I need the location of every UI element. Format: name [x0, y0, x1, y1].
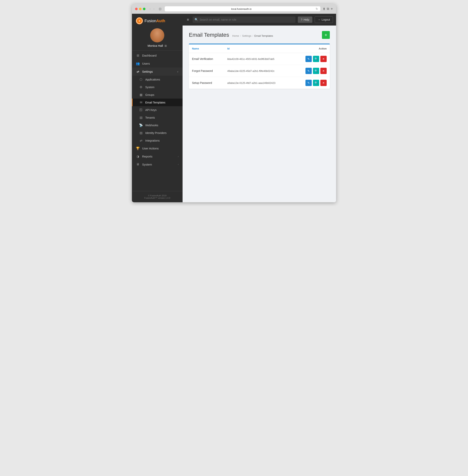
row-id: a9aba13e-0125-4fd7-a2b1-aaa146b02423: [224, 77, 294, 89]
user-actions-label: User Actions: [142, 147, 179, 150]
sidebar-item-integrations[interactable]: ⇄ Integrations: [132, 137, 183, 144]
search-button[interactable]: 🔍: [313, 68, 319, 74]
email-templates-table-card: Name Id Action Email Verification 8da42c…: [189, 44, 330, 89]
logo-auth: Auth: [156, 19, 165, 23]
system-icon: ⚙: [139, 85, 143, 89]
search-button[interactable]: 🔍: [313, 56, 319, 62]
window-controls: [135, 8, 146, 10]
user-card-icon[interactable]: ⊞: [164, 44, 167, 47]
sidebar-item-settings[interactable]: ⇄ Settings ∨: [132, 68, 183, 75]
reload-icon[interactable]: ↻: [316, 7, 318, 10]
breadcrumb-sep-1: /: [240, 34, 241, 37]
minimize-dot[interactable]: [139, 8, 142, 10]
user-actions-icon: 🏆: [136, 147, 140, 150]
sidebar-item-webhooks[interactable]: 📡 Webhooks: [132, 121, 183, 129]
sidebar-logo: ● FusionAuth: [132, 14, 183, 26]
table-row: Forgot Password 49aba1de-0225-45d7-a2b1-…: [189, 65, 330, 77]
breadcrumb-current: Email Templates: [254, 34, 273, 37]
browser-window: ‹ › ⊡ local.fusionauth.io ↻ ⬆ ⧉ + ● Fusi…: [132, 4, 336, 202]
logo-icon: ●: [136, 17, 143, 24]
webhooks-label: Webhooks: [145, 124, 158, 127]
edit-button[interactable]: ✎: [306, 56, 312, 62]
add-template-button[interactable]: +: [322, 31, 330, 39]
duplicate-button[interactable]: ⧉: [327, 7, 329, 11]
column-id: Id: [224, 45, 294, 53]
row-id: 8da42c09-461c-45f3-b931-6e9f63b87ab5: [224, 53, 294, 65]
api-keys-icon: ⚿: [139, 108, 143, 112]
content-area: Email Templates Home / Settings / Email …: [183, 26, 336, 202]
sidebar-item-tenants[interactable]: ▤ Tenants: [132, 114, 183, 121]
close-dot[interactable]: [135, 8, 138, 10]
delete-button[interactable]: ✕: [320, 68, 327, 74]
sidebar: ● FusionAuth Monica Hall ⊞ ⊞: [132, 14, 183, 202]
column-action: Action: [294, 45, 330, 53]
row-name: Email Verification: [189, 53, 224, 65]
integrations-icon: ⇄: [139, 139, 143, 142]
user-profile-section: Monica Hall ⊞: [132, 26, 183, 50]
groups-icon: ▦: [139, 93, 143, 97]
reports-arrow-icon: ‹: [178, 155, 179, 158]
applications-label: Applications: [145, 78, 160, 81]
sidebar-item-user-actions[interactable]: 🏆 User Actions: [132, 144, 183, 152]
sidebar-item-identity-providers[interactable]: ▤ Identity Providers: [132, 129, 183, 137]
email-templates-table: Name Id Action Email Verification 8da42c…: [189, 45, 330, 89]
sidebar-item-reports[interactable]: ◑ Reports ‹: [132, 152, 183, 161]
search-button[interactable]: 🔍: [313, 80, 319, 86]
system2-arrow-icon: ‹: [178, 163, 179, 166]
topbar: ≡ 🔍 ? Help → Logout: [183, 14, 336, 26]
avatar-image: [150, 28, 164, 43]
sidebar-divider: [132, 50, 183, 51]
address-bar[interactable]: local.fusionauth.io ↻: [165, 6, 321, 11]
sidebar-item-api-keys[interactable]: ⚿ API Keys: [132, 106, 183, 114]
back-button[interactable]: ‹: [149, 7, 152, 11]
username-row: Monica Hall ⊞: [148, 44, 167, 47]
delete-button[interactable]: ✕: [320, 80, 327, 86]
delete-button[interactable]: ✕: [320, 56, 327, 62]
menu-toggle-button[interactable]: ≡: [186, 16, 190, 23]
system2-icon: 🖥: [136, 163, 140, 166]
identity-providers-icon: ▤: [139, 131, 143, 135]
applications-icon: ⬡: [139, 77, 143, 81]
avatar: [150, 28, 164, 43]
row-name: Setup Password: [189, 77, 224, 89]
reports-label: Reports: [142, 155, 176, 158]
new-tab-button[interactable]: +: [331, 7, 333, 11]
help-button[interactable]: ? Help: [298, 16, 312, 23]
sidebar-item-system[interactable]: ⚙ System: [132, 83, 183, 91]
sidebar-item-users[interactable]: 👥 Users: [132, 60, 183, 68]
search-input[interactable]: [192, 16, 295, 23]
sidebar-item-system2[interactable]: 🖥 System ‹: [132, 161, 183, 168]
maximize-dot[interactable]: [143, 8, 146, 10]
sidebar-item-label: Dashboard: [142, 54, 179, 57]
browser-nav: ‹ ›: [149, 7, 156, 11]
logout-button[interactable]: → Logout: [315, 16, 333, 23]
sidebar-toggle-button[interactable]: ⊡: [158, 7, 162, 11]
app-container: ● FusionAuth Monica Hall ⊞ ⊞: [132, 14, 336, 202]
sidebar-item-label: Users: [142, 62, 179, 65]
tenants-icon: ▤: [139, 116, 143, 119]
column-name: Name: [189, 45, 224, 53]
table-row: Email Verification 8da42c09-461c-45f3-b9…: [189, 53, 330, 65]
logo-fusion: Fusion: [145, 19, 156, 23]
share-button[interactable]: ⬆: [323, 7, 325, 11]
system2-label: System: [142, 163, 176, 166]
edit-button[interactable]: ✎: [306, 80, 312, 86]
row-actions: ✎ 🔍 ✕: [294, 77, 330, 89]
sidebar-item-applications[interactable]: ⬡ Applications: [132, 75, 183, 83]
breadcrumb-settings[interactable]: Settings: [242, 34, 251, 37]
page-title-section: Email Templates Home / Settings / Email …: [189, 32, 273, 38]
sidebar-item-groups[interactable]: ▦ Groups: [132, 91, 183, 99]
forward-button[interactable]: ›: [152, 7, 155, 11]
integrations-label: Integrations: [145, 139, 160, 142]
breadcrumb-home[interactable]: Home: [232, 34, 239, 37]
settings-icon: ⇄: [136, 70, 140, 74]
sidebar-nav: ⊞ Dashboard 👥 Users ⇄ Settings ∨ ⬡ App: [132, 51, 183, 191]
sidebar-item-dashboard[interactable]: ⊞ Dashboard: [132, 51, 183, 60]
sidebar-item-email-templates[interactable]: ✉ Email Templates: [132, 99, 183, 106]
webhooks-icon: 📡: [139, 123, 143, 127]
edit-button[interactable]: ✎: [306, 68, 312, 74]
footer-line1: © FusionAuth 2019: [136, 194, 179, 197]
logo-text: FusionAuth: [145, 19, 165, 23]
table-row: Setup Password a9aba13e-0125-4fd7-a2b1-a…: [189, 77, 330, 89]
page-title: Email Templates: [189, 32, 229, 38]
